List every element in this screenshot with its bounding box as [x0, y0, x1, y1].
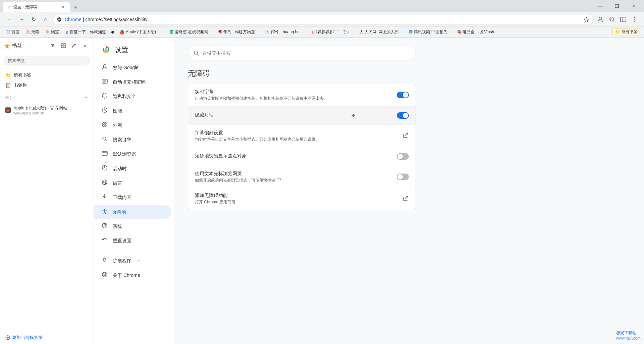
hidden-captions-toggle[interactable] — [397, 112, 409, 119]
bookmark-vip[interactable]: 唯 唯品会-（原Vipsh... — [455, 29, 499, 36]
live-caption-desc: 自动为英文版音频和视频创建字幕。音频和字幕绝不会从设备中泄露出去。 — [195, 96, 391, 101]
menu-button[interactable]: ⋮ — [629, 14, 640, 25]
highlight-focus-content: 短暂地突出显示焦点对象 — [195, 153, 391, 160]
bookmarks-title-text: 书签 — [12, 43, 22, 49]
person-icon — [102, 64, 108, 70]
bookmark-tencent-video[interactable]: 腾 腾讯视频-中国领先... — [407, 29, 453, 36]
folder-bookmark-bar[interactable]: 📋 书签栏 — [0, 80, 94, 90]
bookmark-iqiyi[interactable]: 爱 爱奇艺-在线视频网... — [168, 29, 214, 36]
bookmark-bar-icon: 📋 — [5, 83, 11, 88]
settings-search-input[interactable] — [202, 50, 410, 56]
back-button[interactable]: ← — [4, 14, 15, 25]
filter-button[interactable] — [48, 41, 57, 50]
section-title: 无障碍 — [188, 68, 631, 79]
text-cursor-toggle[interactable] — [397, 174, 409, 180]
add-accessibility-desc: 打开 Chrome 应用商店 — [195, 199, 397, 205]
nav-label-appearance: 外观 — [113, 122, 122, 129]
live-caption-toggle[interactable] — [397, 92, 409, 98]
minimize-button[interactable]: — — [592, 1, 608, 11]
new-tab-button[interactable]: + — [71, 3, 80, 12]
nav-item-search[interactable]: 搜索引擎 — [94, 133, 171, 147]
security-icon — [57, 17, 62, 22]
active-tab[interactable]: 设置 - 无障碍 × — [3, 2, 70, 12]
svg-rect-4 — [621, 17, 626, 22]
nav-item-about[interactable]: 关于 Chrome — [94, 268, 171, 283]
restore-icon — [615, 4, 619, 8]
list-item[interactable]: 🍎 Apple (中国大陆) - 官方网站 www.apple.com.cn — [0, 102, 94, 118]
hidden-captions-row: ➤ 隐藏对话 ⌖ — [188, 106, 416, 125]
address-brand: Chrome — [65, 17, 82, 22]
svg-point-25 — [102, 122, 107, 127]
bookmark-baidu[interactable]: 百 百度 — [4, 29, 21, 36]
text-cursor-switch[interactable] — [397, 174, 409, 180]
close-bookmarks-button[interactable]: ✕ — [80, 41, 90, 50]
nav-tools: ⋮ — [595, 14, 640, 25]
settings-search-bar[interactable] — [188, 46, 416, 60]
bookmark-baidu-search[interactable]: B 百度一下，你就知道 — [64, 29, 108, 36]
download-icon — [102, 194, 108, 200]
bookmark-star-icon[interactable] — [583, 16, 589, 22]
restore-button[interactable] — [609, 1, 625, 11]
nav-item-appearance[interactable]: 外观 — [94, 118, 171, 133]
bookmark-huawei[interactable]: 华 华为 - 构建万物互... — [216, 29, 261, 36]
nav-item-extensions[interactable]: 扩展程序 ↗ — [94, 254, 171, 268]
close-button[interactable]: ✕ — [626, 1, 641, 11]
hidden-captions-switch[interactable] — [397, 112, 409, 119]
nav-item-system[interactable]: 系统 — [94, 219, 171, 234]
add-current-tab-label: 添加当前标签页 — [12, 335, 43, 341]
nav-item-reset[interactable]: 重置设置 — [94, 234, 171, 248]
add-accessibility-link[interactable] — [403, 195, 409, 203]
address-bar[interactable]: Chrome | chrome://settings/accessibility — [52, 14, 594, 25]
profile-icon — [597, 16, 604, 23]
nav-item-privacy[interactable]: 隐私和安全 — [94, 89, 171, 104]
home-button[interactable]: ⌂ — [40, 14, 51, 25]
globe-icon — [102, 179, 108, 185]
nav-item-default-browser[interactable]: 默认浏览器 — [94, 147, 171, 161]
sidebar-toggle-button[interactable] — [618, 14, 629, 25]
bookmark-tianmao[interactable]: 天 天猫 — [24, 29, 41, 36]
highlight-focus-switch[interactable] — [397, 153, 409, 160]
folder-all-bookmarks[interactable]: 📁 所有书签 — [0, 70, 94, 80]
dot-separator — [111, 31, 114, 34]
bookmark-mail[interactable]: 📧 邮件 - huang bo -... — [263, 29, 307, 36]
tab-close-button[interactable]: × — [60, 4, 66, 10]
live-caption-switch[interactable] — [397, 92, 409, 98]
grid-button[interactable] — [59, 41, 68, 50]
open-store-icon[interactable] — [403, 197, 409, 202]
add-icon — [5, 335, 10, 340]
svg-point-3 — [599, 17, 602, 20]
nav-item-startup[interactable]: 启动时 — [94, 161, 171, 176]
bookmark-apple[interactable]: 🍎 Apple (中国大陆) - ... — [117, 29, 165, 36]
add-current-tab-button[interactable]: 添加当前标签页 — [5, 335, 88, 341]
highlight-focus-toggle[interactable] — [397, 153, 409, 160]
account-button[interactable] — [595, 14, 606, 25]
bookmarks-search-input[interactable] — [4, 56, 90, 65]
external-link-icon: ↗ — [137, 259, 140, 263]
open-in-new-icon — [403, 132, 409, 138]
nav-item-performance[interactable]: 性能 — [94, 104, 171, 118]
nav-label-about: 关于 Chrome — [113, 273, 140, 279]
toggle-knob-4 — [397, 174, 403, 180]
settings-page-title: 设置 — [115, 45, 128, 54]
sidebar-icon — [620, 16, 627, 23]
edit-bookmarks-button[interactable] — [69, 41, 79, 50]
caption-prefs-link[interactable] — [403, 132, 409, 140]
bookmark-renmin[interactable]: 人 人民网_网上的人民... — [358, 29, 405, 36]
svg-line-28 — [106, 140, 107, 141]
forward-button[interactable]: → — [16, 14, 27, 25]
reload-button[interactable]: ↻ — [28, 14, 39, 25]
caption-prefs-title: 字幕偏好设置 — [195, 130, 397, 136]
nav-item-language[interactable]: 语言 — [94, 176, 171, 190]
external-link-arrow-icon[interactable] — [403, 134, 409, 139]
bookmark-all-bookmarks[interactable]: 📁 所有书签 — [612, 28, 640, 36]
bookmark-taobao[interactable]: 淘 淘宝 — [44, 29, 61, 36]
bookmark-bilibili[interactable]: B 哔哩哔哩 (゜-゜)つ... — [310, 29, 355, 36]
svg-rect-29 — [102, 151, 107, 155]
nav-item-google[interactable]: 您与 Google — [94, 60, 171, 75]
puzzle-icon — [102, 257, 108, 263]
nav-item-accessibility[interactable]: 无障碍 — [94, 205, 171, 219]
nav-item-downloads[interactable]: 下载内容 — [94, 190, 171, 205]
extensions-button[interactable] — [606, 14, 617, 25]
nav-item-autofill[interactable]: 自动填充和密码 — [94, 75, 171, 89]
about-nav-icon — [101, 272, 109, 279]
